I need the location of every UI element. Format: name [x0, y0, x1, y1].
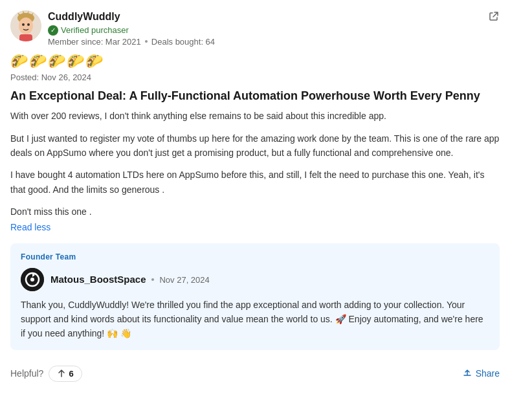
posted-date: Posted: Nov 26, 2024 [10, 72, 500, 82]
external-link-icon[interactable] [488, 10, 500, 25]
upvote-count: 6 [69, 369, 73, 379]
svg-point-7 [22, 23, 25, 26]
founder-team-tag: Founder Team [21, 252, 489, 261]
posted-date-value: Nov 26, 2024 [41, 72, 91, 82]
founder-header: Matous_BoostSpace Nov 27, 2024 [21, 268, 489, 291]
review-paragraph-4: Don't miss this one . [10, 204, 500, 219]
review-footer: Helpful? 6 Share [10, 360, 500, 382]
verified-badge: ✓ Verified purchaser [48, 25, 215, 36]
svg-point-6 [19, 17, 33, 34]
upvote-button[interactable]: 6 [49, 366, 82, 382]
founder-avatar [21, 268, 44, 291]
share-label: Share [476, 368, 500, 379]
helpful-section: Helpful? 6 [10, 366, 82, 382]
reviewer-details: CuddlyWuddly ✓ Verified purchaser Member… [48, 10, 215, 47]
founder-reply: Founder Team Matous_BoostSpace Nov 27, 2… [10, 243, 500, 350]
svg-point-8 [27, 23, 30, 26]
founder-date-separator [151, 278, 154, 281]
member-since: Member since: Mar 2021 [48, 37, 141, 47]
meta-dot [145, 40, 148, 43]
review-paragraph-1: With over 200 reviews, I don't think any… [10, 109, 500, 123]
founder-body: Thank you, CuddlyWuddly! We're thrilled … [21, 298, 489, 341]
read-less-link[interactable]: Read less [10, 222, 50, 232]
review-title: An Exceptional Deal: A Fully-Functional … [10, 89, 500, 104]
reviewer-info: CuddlyWuddly ✓ Verified purchaser Member… [10, 10, 215, 47]
verified-icon: ✓ [48, 25, 58, 36]
review-paragraph-3: I have bought 4 automation LTDs here on … [10, 168, 500, 197]
share-button[interactable]: Share [463, 368, 500, 379]
avatar [10, 10, 41, 41]
founder-name: Matous_BoostSpace [50, 274, 146, 285]
posted-label: Posted: [10, 72, 39, 82]
founder-name-date: Matous_BoostSpace Nov 27, 2024 [50, 274, 210, 285]
reviewer-name: CuddlyWuddly [48, 10, 215, 24]
taco-rating: 🌮🌮🌮🌮🌮 [10, 53, 500, 70]
reviewer-meta: Member since: Mar 2021 Deals bought: 64 [48, 37, 215, 47]
review-paragraph-2: But I just wanted to register my vote of… [10, 131, 500, 160]
svg-rect-9 [19, 34, 32, 41]
review-body: With over 200 reviews, I don't think any… [10, 109, 500, 219]
verified-label: Verified purchaser [61, 25, 129, 35]
svg-point-12 [30, 278, 34, 282]
founder-date: Nov 27, 2024 [159, 275, 209, 285]
helpful-label: Helpful? [10, 368, 43, 379]
review-card: CuddlyWuddly ✓ Verified purchaser Member… [10, 10, 500, 382]
review-header: CuddlyWuddly ✓ Verified purchaser Member… [10, 10, 500, 47]
deals-bought: Deals bought: 64 [151, 37, 215, 47]
